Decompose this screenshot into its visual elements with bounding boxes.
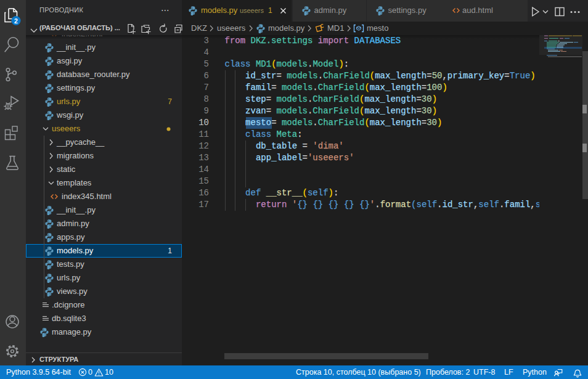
- svg-text:2: 2: [14, 17, 18, 25]
